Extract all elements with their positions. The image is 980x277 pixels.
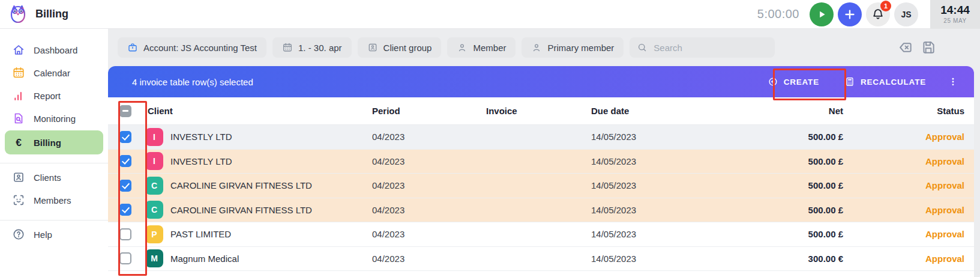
row-checkbox[interactable]: [119, 228, 131, 240]
filter-chip-client-group[interactable]: Client group: [358, 37, 442, 58]
save-filter-button[interactable]: [921, 40, 936, 55]
net-value: 300.00 €: [759, 254, 843, 264]
filter-chips: Account: JS Accounting Test 1. - 30. apr…: [118, 37, 624, 58]
create-button-label: CREATE: [784, 78, 819, 87]
column-header-period[interactable]: Period: [372, 106, 486, 116]
status-value: Approval: [843, 132, 974, 142]
recalculate-button[interactable]: RECALCULATE: [841, 76, 930, 88]
row-checkbox[interactable]: [119, 204, 131, 216]
sidebar-item-label: Calendar: [34, 68, 70, 78]
clear-filters-button[interactable]: [898, 40, 913, 55]
client-avatar: C: [145, 201, 163, 219]
due-date-value: 14/05/2023: [591, 180, 759, 190]
sidebar-item-label: Monitoring: [34, 114, 76, 124]
more-options-button[interactable]: [948, 75, 958, 88]
table-row[interactable]: P PAST LIMITED 04/2023 14/05/2023 500.00…: [108, 222, 974, 247]
calendar-icon: [282, 42, 293, 53]
calculator-icon: [844, 76, 855, 87]
sidebar-item-dashboard[interactable]: Dashboard: [0, 38, 108, 61]
plus-circle-icon: [768, 76, 778, 87]
table-row[interactable]: I INVESTLY LTD 04/2023 14/05/2023 500.00…: [108, 125, 974, 150]
briefcase-icon: [127, 42, 138, 53]
table-header: Client Period Invoice Due date Net Statu…: [108, 97, 974, 125]
filter-chip-primary-member[interactable]: Primary member: [522, 37, 624, 58]
clients-icon: [12, 171, 25, 184]
client-name: Magnum Medical: [164, 254, 372, 264]
selection-bar-actions: CREATE RECALCULATE: [764, 75, 958, 88]
create-button[interactable]: CREATE: [764, 76, 823, 88]
net-value: 500.00 £: [759, 156, 843, 166]
brand: Billing: [0, 4, 68, 25]
status-value: Approval: [843, 254, 974, 264]
start-timer-button[interactable]: [810, 2, 834, 26]
column-header-invoice[interactable]: Invoice: [486, 106, 591, 116]
client-avatar: M: [145, 249, 163, 267]
filter-chip-account-js-accounting-test[interactable]: Account: JS Accounting Test: [118, 37, 266, 58]
billing-app: Billing 5:00:00 1 JS 14:44 25 MAY Dashbo…: [0, 0, 980, 277]
clock-time: 14:44: [940, 4, 970, 17]
sidebar-divider: [0, 163, 108, 163]
column-header-client[interactable]: Client: [143, 106, 372, 116]
filter-chip-label: Primary member: [547, 43, 614, 53]
timer-display: 5:00:00: [757, 7, 799, 21]
sidebar: Dashboard Calendar Report Monitoring Bil…: [0, 29, 108, 277]
select-all-checkbox[interactable]: [119, 105, 131, 117]
sidebar-item-label: Dashboard: [34, 45, 77, 55]
notifications-button[interactable]: 1: [866, 2, 890, 26]
row-checkbox[interactable]: [119, 180, 131, 192]
client-name: PAST LIMITED: [164, 229, 372, 239]
column-header-due-date[interactable]: Due date: [591, 106, 759, 116]
column-header-net[interactable]: Net: [759, 106, 843, 116]
top-right-actions: 5:00:00 1 JS 14:44 25 MAY: [757, 0, 980, 29]
save-icon: [921, 40, 936, 55]
period-value: 04/2023: [372, 254, 486, 264]
invoice-table-card: 4 invoice table row(s) selected CREATE R…: [108, 66, 974, 277]
user-avatar[interactable]: JS: [894, 2, 918, 26]
client-name: CAROLINE GIRVAN FITNESS LTD: [164, 205, 372, 215]
sidebar-item-members[interactable]: Members: [0, 189, 108, 212]
sidebar-item-label: Clients: [34, 172, 61, 183]
sidebar-item-billing[interactable]: Billing: [5, 130, 103, 154]
net-value: 500.00 £: [759, 132, 843, 142]
table-row[interactable]: C CAROLINE GIRVAN FITNESS LTD 04/2023 14…: [108, 174, 974, 198]
filter-actions: [898, 40, 936, 55]
table-row[interactable]: I INVESTLY LTD 04/2023 14/05/2023 500.00…: [108, 150, 974, 174]
sidebar-divider: [0, 220, 108, 221]
table-row[interactable]: M Magnum Medical 04/2023 14/05/2023 300.…: [108, 247, 974, 272]
badge-icon: [367, 42, 378, 53]
column-header-status[interactable]: Status: [843, 106, 974, 116]
search-input[interactable]: [652, 42, 768, 53]
client-avatar: I: [145, 128, 163, 146]
sidebar-item-calendar[interactable]: Calendar: [0, 61, 108, 84]
sidebar-item-monitoring[interactable]: Monitoring: [0, 107, 108, 130]
client-avatar: I: [145, 152, 163, 170]
row-checkbox[interactable]: [119, 131, 131, 143]
add-button[interactable]: [838, 2, 862, 26]
help-icon: [12, 228, 25, 241]
selection-count: 4 invoice table row(s) selected: [132, 77, 253, 87]
period-value: 04/2023: [372, 156, 486, 166]
row-checkbox[interactable]: [119, 155, 131, 167]
filter-chip-1-30-apr[interactable]: 1. - 30. apr: [272, 37, 352, 58]
filter-chip-member[interactable]: Member: [447, 37, 516, 58]
due-date-value: 14/05/2023: [591, 132, 759, 142]
sidebar-item-clients[interactable]: Clients: [0, 166, 108, 189]
sidebar-item-label: Billing: [34, 138, 61, 148]
row-checkbox[interactable]: [119, 252, 131, 264]
status-value: Approval: [843, 156, 974, 166]
members-icon: [12, 193, 25, 207]
table-row[interactable]: C CAROLINE GIRVAN FITNESS LTD 04/2023 14…: [108, 198, 974, 223]
top-bar: Billing 5:00:00 1 JS 14:44 25 MAY: [0, 0, 980, 29]
search-box: [630, 37, 775, 58]
period-value: 04/2023: [372, 132, 486, 142]
sidebar-item-report[interactable]: Report: [0, 84, 108, 107]
client-avatar: C: [145, 177, 163, 195]
sidebar-item-help[interactable]: Help: [0, 223, 108, 246]
net-value: 500.00 £: [759, 180, 843, 190]
due-date-value: 14/05/2023: [591, 229, 759, 239]
filter-chip-label: Client group: [383, 43, 432, 53]
status-value: Approval: [843, 229, 974, 239]
client-name: CAROLINE GIRVAN FITNESS LTD: [164, 180, 372, 190]
period-value: 04/2023: [372, 229, 486, 239]
clock-widget: 14:44 25 MAY: [930, 0, 980, 29]
